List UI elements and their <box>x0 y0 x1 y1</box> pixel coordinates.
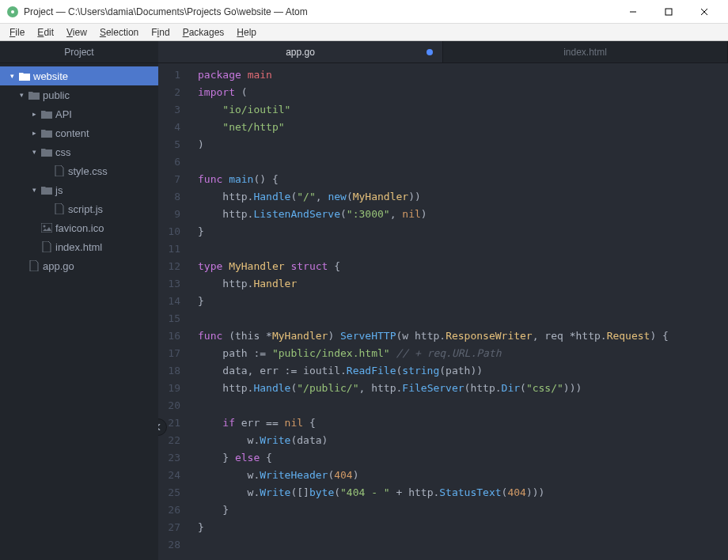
tree-file-scriptjs[interactable]: script.js <box>0 199 158 218</box>
project-sidebar: Project ▾ website ▾ public ▸ API ▸ conte… <box>0 41 158 560</box>
menu-file[interactable]: File <box>3 25 31 40</box>
app-icon <box>6 6 19 18</box>
titlebar: Project — C:\Users\damia\Documents\Proje… <box>0 0 728 24</box>
tree-label: website <box>32 70 68 82</box>
tree-file-stylecss[interactable]: style.css <box>0 161 158 180</box>
tree-label: css <box>54 146 71 158</box>
sidebar-header: Project <box>0 41 158 63</box>
window-title: Project — C:\Users\damia\Documents\Proje… <box>24 6 615 17</box>
chevron-down-icon: ▾ <box>28 148 40 156</box>
tab-appgo[interactable]: app.go <box>158 41 443 62</box>
menubar: File Edit View Selection Find Packages H… <box>0 24 728 41</box>
tree-label: API <box>54 108 72 120</box>
folder-icon <box>40 185 54 195</box>
menu-help[interactable]: Help <box>230 25 263 40</box>
code-editor[interactable]: 1234567891011121314151617181920212223242… <box>158 63 728 560</box>
tree-label: script.js <box>66 203 103 215</box>
tree-folder-api[interactable]: ▸ API <box>0 104 158 123</box>
tree-label: content <box>54 127 89 139</box>
file-tree: ▾ website ▾ public ▸ API ▸ content ▾ <box>0 63 158 560</box>
line-gutter: 1234567891011121314151617181920212223242… <box>158 63 188 560</box>
code-content[interactable]: package mainimport ( "io/ioutil" "net/ht… <box>188 63 728 560</box>
svg-rect-3 <box>665 9 672 15</box>
tab-indexhtml[interactable]: index.html <box>443 41 728 62</box>
editor-panel: app.go index.html 1234567891011121314151… <box>158 41 728 560</box>
tree-folder-css[interactable]: ▾ css <box>0 142 158 161</box>
tree-file-indexhtml[interactable]: index.html <box>0 237 158 256</box>
folder-icon <box>40 128 54 138</box>
tree-folder-js[interactable]: ▾ js <box>0 180 158 199</box>
tree-folder-website[interactable]: ▾ website <box>0 66 158 85</box>
tree-label: favicon.ico <box>54 222 104 234</box>
folder-icon <box>17 71 32 81</box>
tree-label: index.html <box>54 241 102 253</box>
chevron-down-icon: ▾ <box>16 91 27 99</box>
menu-packages[interactable]: Packages <box>176 25 231 40</box>
tree-folder-public[interactable]: ▾ public <box>0 85 158 104</box>
tab-label: index.html <box>563 47 607 58</box>
folder-icon <box>27 90 41 100</box>
tree-label: js <box>54 184 63 196</box>
svg-point-1 <box>11 10 14 13</box>
tree-label: style.css <box>66 165 108 177</box>
menu-edit[interactable]: Edit <box>31 25 60 40</box>
modified-indicator-icon <box>427 49 433 55</box>
chevron-down-icon: ▾ <box>6 72 17 80</box>
tree-file-appgo[interactable]: app.go <box>0 256 158 275</box>
svg-point-7 <box>44 225 46 228</box>
chevron-right-icon: ▸ <box>28 129 40 137</box>
tabbar: app.go index.html <box>158 41 728 63</box>
chevron-right-icon: ▸ <box>28 110 40 118</box>
tab-label: app.go <box>286 47 315 58</box>
file-icon <box>27 260 41 271</box>
tree-file-favicon[interactable]: favicon.ico <box>0 218 158 237</box>
tree-folder-content[interactable]: ▸ content <box>0 123 158 142</box>
close-button[interactable] <box>686 1 722 23</box>
svg-rect-6 <box>41 223 52 233</box>
file-icon <box>40 241 54 252</box>
window-controls <box>615 1 722 23</box>
menu-find[interactable]: Find <box>145 25 176 40</box>
tree-label: public <box>41 89 70 101</box>
chevron-down-icon: ▾ <box>28 186 40 194</box>
image-file-icon <box>40 223 54 233</box>
minimize-button[interactable] <box>615 1 650 23</box>
workspace: Project ▾ website ▾ public ▸ API ▸ conte… <box>0 41 728 560</box>
tree-label: app.go <box>41 260 74 272</box>
menu-view[interactable]: View <box>60 25 93 40</box>
folder-icon <box>40 147 54 157</box>
file-icon <box>52 165 66 176</box>
file-icon <box>52 203 66 214</box>
folder-icon <box>40 109 54 119</box>
maximize-button[interactable] <box>650 1 686 23</box>
menu-selection[interactable]: Selection <box>93 25 145 40</box>
